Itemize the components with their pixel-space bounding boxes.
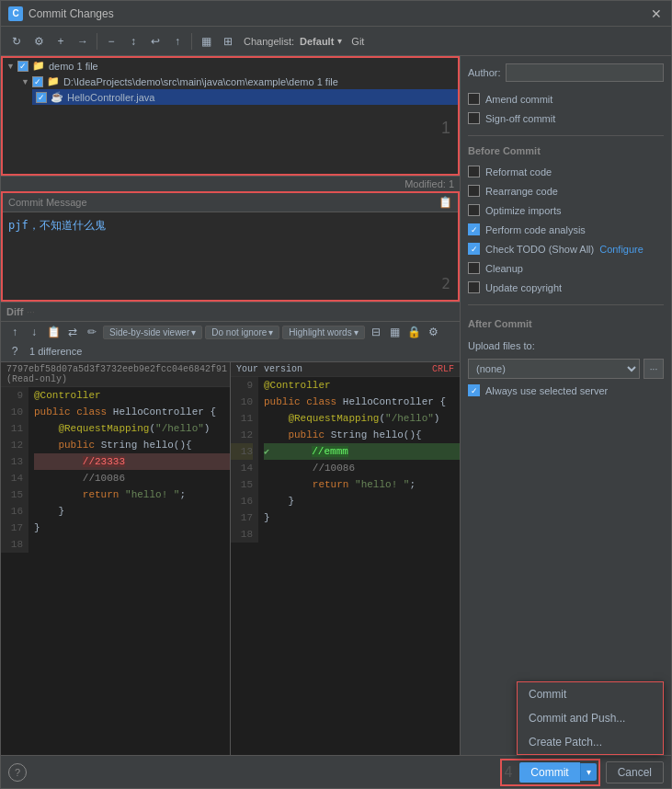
changelist-value: Default bbox=[300, 36, 334, 47]
update-copyright-checkbox[interactable] bbox=[468, 281, 480, 293]
dropdown-commit[interactable]: Commit bbox=[518, 682, 663, 706]
diff-right-line-numbers: 9101112131415161718 bbox=[231, 377, 258, 543]
commit-arrow-button[interactable]: ▾ bbox=[580, 763, 597, 781]
diff-section-header: Diff ··· bbox=[1, 302, 460, 322]
toolbar-refresh-btn[interactable]: ↻ bbox=[6, 31, 27, 51]
commit-changes-window: C Commit Changes ✕ ↻ ⚙ + → − ↕ ↩ ↑ ▦ ⊞ C… bbox=[0, 0, 672, 789]
toolbar-move-btn[interactable]: ↕ bbox=[123, 31, 143, 51]
diff-sync-btn[interactable]: ⇄ bbox=[64, 324, 81, 340]
file-icon-java: ☕ bbox=[51, 91, 63, 103]
upload-more-btn[interactable]: ··· bbox=[644, 359, 664, 379]
toolbar-plus-btn[interactable]: + bbox=[51, 31, 71, 51]
cleanup-checkbox[interactable] bbox=[468, 262, 480, 274]
diff-grid-btn[interactable]: ▦ bbox=[387, 324, 404, 340]
optimize-imports-checkbox[interactable] bbox=[468, 204, 480, 216]
update-copyright-row[interactable]: Update copyright bbox=[468, 280, 664, 295]
perform-analysis-row[interactable]: ✓ Perform code analysis bbox=[468, 222, 664, 237]
perform-analysis-checkbox[interactable]: ✓ bbox=[468, 223, 480, 235]
tree-item-demo[interactable]: ▼ ✓ 📁 demo 1 file bbox=[3, 58, 458, 74]
toolbar-grid-btn[interactable]: ▦ bbox=[196, 31, 216, 51]
help-button[interactable]: ? bbox=[8, 763, 27, 782]
highlight-dropdown[interactable]: Highlight words ▾ bbox=[282, 326, 364, 339]
dropdown-create-patch[interactable]: Create Patch... bbox=[518, 730, 663, 754]
optimize-imports-label: Optimize imports bbox=[485, 205, 562, 216]
diff-prev-btn[interactable]: ↑ bbox=[6, 324, 23, 340]
always-use-server-row[interactable]: ✓ Always use selected server bbox=[468, 383, 664, 398]
tree-checkbox-path[interactable]: ✓ bbox=[32, 76, 43, 87]
main-content: ▼ ✓ 📁 demo 1 file ▼ ✓ 📁 D:\IdeaProjects\… bbox=[1, 56, 671, 755]
separator-1 bbox=[97, 33, 97, 50]
diff-lock-btn[interactable]: 🔒 bbox=[406, 324, 423, 340]
author-input[interactable] bbox=[506, 63, 664, 82]
optimize-imports-row[interactable]: Optimize imports bbox=[468, 202, 664, 218]
viewer-arrow: ▾ bbox=[191, 327, 196, 337]
check-todo-row[interactable]: ✓ Check TODO (Show All) Configure bbox=[468, 241, 664, 257]
commit-message-text: pjf，不知道什么鬼 bbox=[8, 219, 106, 232]
diff-cols-btn[interactable]: ⊟ bbox=[368, 324, 384, 340]
cleanup-row[interactable]: Cleanup bbox=[468, 260, 664, 276]
window-icon: C bbox=[8, 6, 23, 21]
diff-left-code: @Controller public class HelloController… bbox=[28, 387, 230, 553]
diff-left-header: 7797ebf58d07a5d3f3732eeb9e2fcc04e6842f91… bbox=[1, 362, 230, 387]
before-commit-divider bbox=[468, 135, 664, 136]
commit-message-icon: 📋 bbox=[439, 196, 452, 209]
toolbar-arrow-btn[interactable]: → bbox=[73, 31, 93, 51]
diff-gear-btn[interactable]: ⚙ bbox=[426, 324, 442, 340]
update-copyright-label: Update copyright bbox=[485, 282, 562, 293]
diff-label: Diff bbox=[6, 306, 23, 317]
diff-help-btn[interactable]: ? bbox=[6, 343, 23, 360]
diff-left-pane: 7797ebf58d07a5d3f3732eeb9e2fcc04e6842f91… bbox=[1, 362, 230, 755]
always-use-server-checkbox[interactable]: ✓ bbox=[468, 384, 480, 396]
diff-next-btn[interactable]: ↓ bbox=[26, 324, 42, 340]
toolbar-undo-btn[interactable]: ↩ bbox=[145, 31, 165, 51]
check-todo-checkbox[interactable]: ✓ bbox=[468, 243, 480, 255]
toolbar: ↻ ⚙ + → − ↕ ↩ ↑ ▦ ⊞ Changelist: Default … bbox=[1, 27, 671, 56]
amend-commit-row[interactable]: Amend commit bbox=[468, 91, 664, 107]
toolbar-settings-btn[interactable]: ⚙ bbox=[28, 31, 49, 51]
tree-label-file: HelloController.java bbox=[67, 92, 154, 103]
tree-checkbox-file[interactable]: ✓ bbox=[36, 92, 47, 103]
tree-label-path: D:\IdeaProjects\demo\src\main\java\com\e… bbox=[63, 76, 338, 87]
signoff-commit-row[interactable]: Sign-off commit bbox=[468, 110, 664, 126]
viewer-dropdown[interactable]: Side-by-side viewer ▾ bbox=[103, 326, 202, 339]
amend-commit-checkbox[interactable] bbox=[468, 93, 480, 105]
toolbar-upload-btn[interactable]: ↑ bbox=[167, 31, 188, 51]
upload-select[interactable]: (none) bbox=[468, 359, 640, 379]
commit-dropdown-menu: Commit Commit and Push... Create Patch..… bbox=[517, 681, 664, 755]
configure-link[interactable]: Configure bbox=[599, 244, 644, 255]
rearrange-code-row[interactable]: Rearrange code bbox=[468, 183, 664, 199]
tree-item-path[interactable]: ▼ ✓ 📁 D:\IdeaProjects\demo\src\main\java… bbox=[17, 74, 458, 89]
toolbar-expand-btn[interactable]: ⊞ bbox=[218, 31, 238, 51]
amend-commit-label: Amend commit bbox=[485, 94, 552, 105]
tree-checkbox-demo[interactable]: ✓ bbox=[17, 61, 28, 72]
section-number-4: 4 bbox=[504, 764, 512, 781]
signoff-commit-checkbox[interactable] bbox=[468, 112, 480, 124]
tree-item-file[interactable]: ✓ ☕ HelloController.java bbox=[32, 89, 458, 105]
rearrange-code-checkbox[interactable] bbox=[468, 185, 480, 197]
diff-section: Diff ··· ↑ ↓ 📋 ⇄ ✏ Side-by-side viewer ▾… bbox=[1, 302, 460, 755]
diff-copy-btn[interactable]: 📋 bbox=[45, 324, 62, 340]
modified-count: Modified: 1 bbox=[404, 178, 454, 189]
commit-label: Commit bbox=[530, 766, 568, 779]
tree-arrow-demo: ▼ bbox=[6, 62, 15, 71]
diff-left-filename: 7797ebf58d07a5d3f3732eeb9e2fcc04e6842f91… bbox=[6, 364, 227, 384]
dropdown-commit-push[interactable]: Commit and Push... bbox=[518, 706, 663, 730]
commit-message-content[interactable]: pjf，不知道什么鬼 2 bbox=[3, 212, 458, 300]
reformat-code-row[interactable]: Reformat code bbox=[468, 164, 664, 179]
section-number-1: 1 bbox=[441, 119, 450, 138]
tree-arrow-path: ▼ bbox=[21, 77, 29, 86]
diff-right-pane[interactable]: Your version CRLF 9101112131415161718 @C… bbox=[231, 362, 460, 755]
reformat-code-checkbox[interactable] bbox=[468, 166, 480, 177]
viewer-label: Side-by-side viewer bbox=[109, 327, 189, 337]
ignore-dropdown[interactable]: Do not ignore ▾ bbox=[205, 326, 279, 339]
close-button[interactable]: ✕ bbox=[649, 6, 664, 21]
toolbar-minus-btn[interactable]: − bbox=[101, 31, 121, 51]
cancel-button[interactable]: Cancel bbox=[606, 761, 664, 783]
diff-edit-btn[interactable]: ✏ bbox=[84, 324, 100, 340]
check-todo-label: Check TODO (Show All) bbox=[485, 244, 594, 255]
commit-button[interactable]: Commit bbox=[519, 762, 579, 783]
commit-message-section: Commit Message 📋 pjf，不知道什么鬼 2 bbox=[1, 191, 460, 302]
tree-label-demo: demo 1 file bbox=[49, 61, 98, 72]
cleanup-label: Cleanup bbox=[485, 263, 523, 274]
section-number-2: 2 bbox=[441, 275, 450, 292]
